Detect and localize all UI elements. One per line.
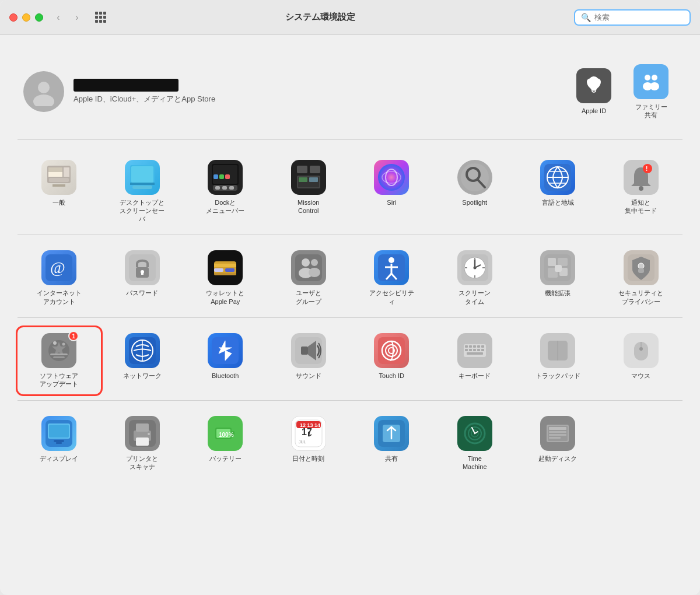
- svg-rect-20: [225, 174, 230, 179]
- startup-item[interactable]: 起動ディスク: [516, 410, 600, 477]
- printer-icon: [125, 416, 160, 451]
- profile-left: Apple ID、iCloud+、メディアとApp Store: [23, 71, 574, 112]
- notification-label: 通知と集中モード: [625, 198, 657, 215]
- mission-icon: [291, 160, 326, 195]
- internet-item[interactable]: @ インターネットアカウント: [18, 244, 101, 312]
- accessibility-icon: [374, 250, 409, 285]
- section1-divider: [18, 235, 682, 235]
- datetime-label: 日付と時刻: [292, 454, 324, 463]
- maximize-button[interactable]: [35, 13, 43, 22]
- svg-rect-81: [558, 258, 568, 266]
- notification-icon: !: [624, 160, 659, 195]
- section2-grid: @ インターネットアカウント パスワード: [18, 244, 682, 312]
- timemachine-item[interactable]: TimeMachine: [433, 410, 517, 477]
- svg-rect-115: [473, 349, 476, 351]
- users-item[interactable]: ユーザとグループ: [267, 244, 351, 312]
- mouse-item[interactable]: マウス: [600, 327, 683, 394]
- mission-label: MissionControl: [298, 198, 319, 215]
- svg-point-92: [62, 343, 65, 346]
- network-label: ネットワーク: [123, 372, 162, 380]
- keyboard-item[interactable]: キーボード: [433, 327, 517, 394]
- svg-rect-100: [301, 346, 308, 355]
- svg-rect-130: [56, 442, 62, 444]
- profile-section: Apple ID、iCloud+、メディアとApp Store Apple ID: [18, 47, 682, 140]
- battery-item[interactable]: 100% バッテリー: [184, 410, 267, 477]
- svg-text:100%: 100%: [219, 432, 234, 438]
- apple-id-item[interactable]: Apple ID: [574, 62, 614, 121]
- internet-label: インターネットアカウント: [37, 289, 82, 306]
- search-input[interactable]: [594, 13, 684, 22]
- section3-grid: 1 ソフトウェアアップデート ネットワーク: [18, 327, 682, 394]
- svg-rect-57: [225, 268, 235, 272]
- svg-rect-80: [548, 258, 556, 266]
- general-item[interactable]: 一般: [18, 154, 101, 229]
- svg-rect-93: [50, 354, 68, 355]
- mouse-icon: [624, 333, 659, 368]
- minimize-button[interactable]: [22, 13, 30, 22]
- svg-rect-24: [229, 186, 234, 190]
- wallet-item[interactable]: ウォレットとApple Pay: [184, 244, 267, 312]
- datetime-icon: 12 13 14 17 JUL: [291, 416, 326, 451]
- profile-info: Apple ID、iCloud+、メディアとApp Store: [74, 79, 215, 104]
- svg-rect-118: [467, 352, 483, 355]
- dock-item[interactable]: Dockとメニューバー: [184, 154, 267, 229]
- svg-rect-56: [214, 268, 223, 272]
- keyboard-icon: [457, 333, 492, 368]
- wallet-label: ウォレットとApple Pay: [206, 289, 244, 306]
- family-icon: [634, 64, 668, 99]
- mission-item[interactable]: MissionControl: [267, 154, 351, 229]
- svg-point-91: [53, 341, 57, 345]
- svg-text:!: !: [646, 166, 648, 172]
- software-label: ソフトウェアアップデート: [40, 372, 78, 388]
- spotlight-item[interactable]: Spotlight: [433, 154, 517, 229]
- display-item[interactable]: ディスプレイ: [18, 410, 101, 477]
- svg-point-60: [302, 258, 310, 267]
- extensions-item[interactable]: 機能拡張: [516, 244, 600, 312]
- printer-item[interactable]: プリンタとスキャナ: [101, 410, 184, 477]
- spotlight-icon: [457, 160, 492, 195]
- svg-point-3: [652, 75, 657, 80]
- svg-rect-52: [141, 272, 144, 275]
- sharing-label: 共有: [385, 454, 398, 463]
- family-label: ファミリー共有: [635, 103, 667, 120]
- svg-point-135: [148, 433, 150, 435]
- password-item[interactable]: パスワード: [101, 244, 184, 312]
- language-item[interactable]: 言語と地域: [516, 154, 600, 229]
- sound-item[interactable]: サウンド: [267, 327, 351, 394]
- avatar[interactable]: [23, 71, 64, 112]
- desktop-label: デスクトップとスクリーンセーバ: [119, 198, 166, 223]
- screentime-item[interactable]: スクリーンタイム: [433, 244, 517, 312]
- sharing-item[interactable]: 共有: [350, 410, 433, 477]
- svg-rect-10: [49, 178, 69, 182]
- network-item[interactable]: ネットワーク: [101, 327, 184, 394]
- general-icon: [41, 160, 76, 195]
- section1-grid: 一般 デスクトップとスクリーンセーバ: [18, 154, 682, 229]
- bluetooth-item[interactable]: Bluetooth: [184, 327, 267, 394]
- software-item[interactable]: 1 ソフトウェアアップデート: [18, 327, 101, 394]
- family-item[interactable]: ファミリー共有: [631, 58, 671, 125]
- battery-label: バッテリー: [209, 454, 242, 463]
- language-label: 言語と地域: [542, 198, 574, 206]
- back-button[interactable]: ‹: [50, 9, 66, 26]
- profile-subtitle: Apple ID、iCloud+、メディアとApp Store: [74, 94, 215, 104]
- svg-rect-94: [53, 356, 65, 358]
- svg-rect-129: [54, 440, 64, 442]
- svg-rect-30: [299, 177, 307, 182]
- close-button[interactable]: [9, 13, 18, 22]
- touchid-item[interactable]: Touch ID: [350, 327, 433, 394]
- desktop-item[interactable]: デスクトップとスクリーンセーバ: [101, 154, 184, 229]
- svg-point-125: [639, 347, 643, 351]
- notification-item[interactable]: ! 通知と集中モード: [600, 154, 683, 229]
- search-box[interactable]: 🔍: [574, 9, 691, 26]
- trackpad-item[interactable]: トラックパッド: [516, 327, 600, 394]
- siri-item[interactable]: Siri: [350, 154, 433, 229]
- timemachine-icon: [457, 416, 492, 451]
- accessibility-item[interactable]: アクセシビリティ: [350, 244, 433, 312]
- svg-rect-113: [465, 349, 468, 351]
- datetime-item[interactable]: 12 13 14 17 JUL 日付と時刻: [267, 410, 351, 477]
- extensions-label: 機能拡張: [545, 289, 570, 297]
- security-item[interactable]: セキュリティとプライバシー: [600, 244, 683, 312]
- svg-rect-15: [132, 186, 152, 189]
- language-icon: [540, 160, 575, 195]
- section4-grid: ディスプレイ プリンタとスキャナ: [18, 410, 682, 477]
